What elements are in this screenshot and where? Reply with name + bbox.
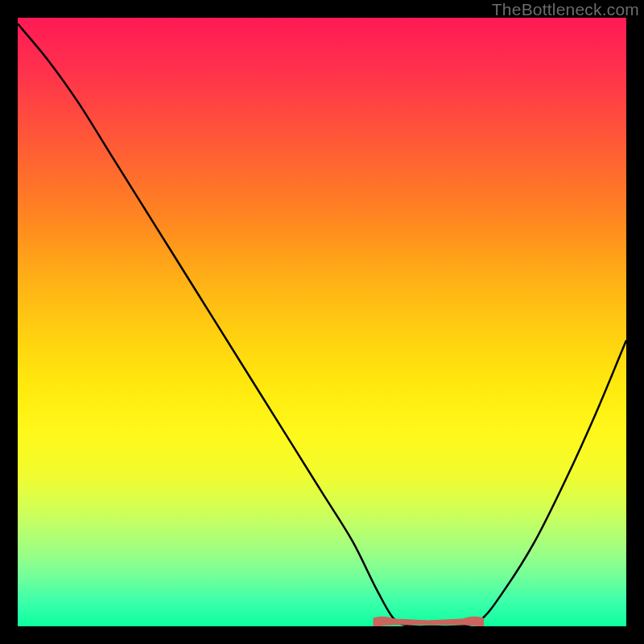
optimal-range-marker xyxy=(18,18,626,626)
watermark-text: TheBottleneck.com xyxy=(492,0,639,19)
plot-area xyxy=(18,18,626,626)
